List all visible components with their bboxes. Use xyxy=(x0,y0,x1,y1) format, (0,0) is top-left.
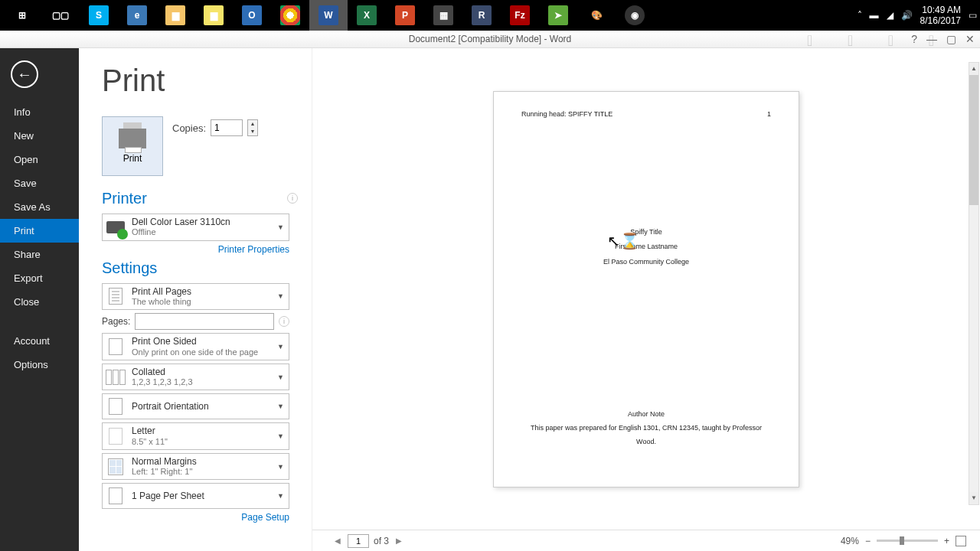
help-icon[interactable]: ? xyxy=(909,33,920,45)
back-button[interactable]: ← xyxy=(11,60,38,88)
sidebar-item-export[interactable]: Export xyxy=(0,266,79,290)
scroll-down-icon[interactable]: ▼ xyxy=(969,492,978,504)
taskbar-app-paint[interactable]: 🎨 xyxy=(577,0,616,31)
zoom-value: 49% xyxy=(841,536,859,546)
printer-selector[interactable]: Dell Color Laser 3110cn Offline ▼ xyxy=(102,214,289,241)
pages-label: Pages: xyxy=(102,316,130,327)
printer-name: Dell Color Laser 3110cn xyxy=(132,217,276,227)
author-note-text: This paper was prepared for English 1301… xyxy=(521,421,771,448)
battery-icon[interactable]: ▬ xyxy=(870,10,879,21)
sidebar-item-share[interactable]: Share xyxy=(0,243,79,266)
paper-selector[interactable]: Letter 8.5" x 11" ▼ xyxy=(102,422,289,450)
zoom-in-button[interactable]: + xyxy=(944,536,949,546)
titlebar: 𓅮 𓅯 𓅰 𓅬 Document2 [Compatibility Mode] -… xyxy=(0,31,980,48)
clock-date: 8/16/2017 xyxy=(920,15,961,26)
zoom-slider[interactable] xyxy=(877,540,938,542)
preview-scrollbar[interactable]: ▲ ▼ xyxy=(969,62,979,505)
zoom-out-button[interactable]: − xyxy=(865,536,871,546)
page-setup-link[interactable]: Page Setup xyxy=(102,512,289,523)
taskbar: ⊞ ▢▢ S e ▆ ▆ O W X P ▦ R Fz ➤ 🎨 ◉ ˄ ▬ ◢ … xyxy=(0,0,980,31)
taskbar-app-word[interactable]: W xyxy=(309,0,348,31)
scrollbar-thumb[interactable] xyxy=(969,75,978,205)
print-range-selector[interactable]: Print All Pages The whole thing ▼ xyxy=(102,283,289,311)
paper-label: Letter xyxy=(132,425,276,436)
cursor-wait-icon: ↖⌛ xyxy=(607,232,639,250)
sidebar-item-account[interactable]: Account xyxy=(0,329,79,353)
print-range-label: Print All Pages xyxy=(132,286,276,297)
margins-selector[interactable]: Normal Margins Left: 1" Right: 1" ▼ xyxy=(102,453,289,481)
minimize-button[interactable]: ― xyxy=(924,33,939,45)
printer-icon xyxy=(119,129,146,148)
chevron-down-icon: ▼ xyxy=(276,343,286,350)
print-options-pane: Print Print Copies: ▲▼ i Printer xyxy=(79,48,312,551)
sidebar-item-options[interactable]: Options xyxy=(0,353,79,377)
printer-properties-link[interactable]: Printer Properties xyxy=(102,244,289,255)
notifications-icon[interactable]: ▭ xyxy=(969,10,977,21)
taskbar-app-obs[interactable]: ◉ xyxy=(616,0,654,31)
chevron-down-icon: ▼ xyxy=(276,463,286,471)
pages-per-sheet-selector[interactable]: 1 Page Per Sheet ▼ xyxy=(102,483,289,509)
copies-label: Copies: xyxy=(172,122,206,134)
margins-label: Normal Margins xyxy=(132,456,276,467)
taskbar-app-excel[interactable]: X xyxy=(348,0,386,31)
pages-input[interactable] xyxy=(135,313,274,330)
print-button[interactable]: Print xyxy=(102,116,163,176)
preview-page-number: 1 xyxy=(767,110,771,118)
copies-spinner[interactable]: ▲▼ xyxy=(247,119,258,136)
sidebar-item-close[interactable]: Close xyxy=(0,290,79,314)
maximize-button[interactable]: ▢ xyxy=(944,33,959,45)
author-note-heading: Author Note xyxy=(521,407,771,421)
sidebar-item-info[interactable]: Info xyxy=(0,100,79,124)
collate-label: Collated xyxy=(132,367,276,377)
sidebar-item-saveas[interactable]: Save As xyxy=(0,195,79,219)
chevron-down-icon: ▼ xyxy=(276,223,286,231)
taskbar-app-skype[interactable]: S xyxy=(80,0,118,31)
taskbar-app-edge[interactable]: e xyxy=(118,0,156,31)
taskbar-app-chrome[interactable] xyxy=(271,0,309,31)
orientation-label: Portrait Orientation xyxy=(132,401,276,412)
running-head: Running head: SPIFFY TITLE xyxy=(521,110,612,118)
wifi-icon[interactable]: ◢ xyxy=(887,10,893,21)
collate-selector[interactable]: Collated 1,2,3 1,2,3 1,2,3 ▼ xyxy=(102,364,289,391)
sidebar-item-save[interactable]: Save xyxy=(0,171,79,195)
taskbar-app-misc2[interactable]: ➤ xyxy=(539,0,577,31)
sidebar-item-new[interactable]: New xyxy=(0,124,79,148)
pages-info-icon[interactable]: i xyxy=(279,316,289,327)
preview-author: Firstname Lastname xyxy=(521,240,771,255)
close-button[interactable]: ✕ xyxy=(963,33,977,45)
print-preview-pane: Running head: SPIFFY TITLE 1 Spiffy Titl… xyxy=(312,48,980,551)
collate-sublabel: 1,2,3 1,2,3 1,2,3 xyxy=(132,377,276,387)
sided-selector[interactable]: Print One Sided Only print on one side o… xyxy=(102,333,289,360)
current-page-input[interactable] xyxy=(348,534,369,548)
printer-info-icon[interactable]: i xyxy=(287,193,298,204)
sided-sublabel: Only print on one side of the page xyxy=(132,347,276,357)
taskbar-app-filezilla[interactable]: Fz xyxy=(501,0,539,31)
taskbar-app-powerpoint[interactable]: P xyxy=(386,0,424,31)
settings-heading: Settings xyxy=(102,259,298,277)
next-page-button[interactable]: ▶ xyxy=(394,536,404,545)
sidebar-item-print[interactable]: Print xyxy=(0,219,79,243)
preview-title: Spiffy Title xyxy=(521,225,771,240)
clock-time: 10:49 AM xyxy=(920,5,961,15)
scroll-up-icon[interactable]: ▲ xyxy=(969,63,978,75)
task-view-button[interactable]: ▢▢ xyxy=(41,0,80,31)
sidebar-item-open[interactable]: Open xyxy=(0,148,79,171)
taskbar-app-notes[interactable]: ▆ xyxy=(194,0,233,31)
taskbar-app-outlook[interactable]: O xyxy=(233,0,271,31)
preview-page: Running head: SPIFFY TITLE 1 Spiffy Titl… xyxy=(493,91,799,487)
prev-page-button[interactable]: ◀ xyxy=(332,536,343,545)
start-button[interactable]: ⊞ xyxy=(3,0,41,31)
clock[interactable]: 10:49 AM 8/16/2017 xyxy=(920,5,961,27)
taskbar-app-calculator[interactable]: ▦ xyxy=(424,0,462,31)
tray-chevron-icon[interactable]: ˄ xyxy=(858,10,862,21)
zoom-to-page-button[interactable] xyxy=(956,536,966,546)
taskbar-app-misc1[interactable]: R xyxy=(462,0,501,31)
preview-footer: ◀ of 3 ▶ 49% − + xyxy=(312,530,980,551)
page-icon xyxy=(109,487,122,504)
system-tray: ˄ ▬ ◢ 🔊 10:49 AM 8/16/2017 ▭ xyxy=(858,5,977,27)
taskbar-app-explorer[interactable]: ▆ xyxy=(156,0,194,31)
page-icon xyxy=(109,338,122,355)
copies-input[interactable] xyxy=(211,119,243,136)
volume-icon[interactable]: 🔊 xyxy=(901,10,913,21)
orientation-selector[interactable]: Portrait Orientation ▼ xyxy=(102,393,289,419)
